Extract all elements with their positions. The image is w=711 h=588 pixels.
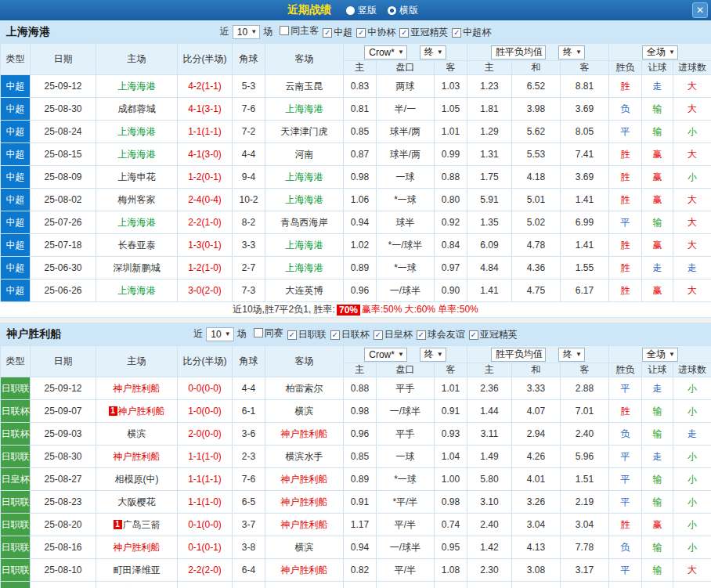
- filter-label: 亚冠精英: [480, 328, 518, 341]
- euro-home-odds-cell: 1.81: [467, 98, 512, 121]
- filter-checkbox[interactable]: 同主客: [280, 24, 319, 38]
- score-cell: 1-1(1-1): [178, 468, 233, 491]
- corner-cell: 2-3: [233, 446, 265, 468]
- close-button[interactable]: ✕: [692, 2, 708, 18]
- win-rate-badge: 70%: [337, 305, 360, 316]
- filter-checkbox-group: 同赛✓日职联✓日联杯✓日皇杯✓球会友谊✓亚冠精英: [250, 326, 518, 342]
- corner-cell: 6-4: [233, 559, 265, 582]
- euro-draw-odds-cell: 4.01: [512, 468, 561, 491]
- match-row: 中超25-07-26上海海港2-2(1-0)8-2青岛西海岸0.94球半0.92…: [1, 211, 711, 234]
- home-team-cell: 成都蓉城: [96, 98, 178, 121]
- filter-checkbox[interactable]: ✓中超: [323, 26, 352, 39]
- asia-home-odds-cell: 1.06: [344, 189, 377, 211]
- scope-select[interactable]: 全场▼: [642, 45, 678, 60]
- home-team-cell: 町田泽维亚: [96, 559, 178, 582]
- team-link: 上海海港: [118, 217, 156, 228]
- summary-stats: 赢率:50% 大:60% 单率:50%: [362, 303, 478, 316]
- date-cell: 25-08-02: [31, 189, 96, 211]
- league-cell: 日职联: [1, 491, 31, 514]
- filter-checkbox[interactable]: 同赛: [254, 326, 283, 340]
- euro-away-odds-cell: 3.69: [561, 166, 609, 189]
- home-team-cell: 相模原(中): [96, 468, 178, 491]
- date-cell: 25-09-12: [31, 377, 96, 400]
- league-cell: 中超: [1, 98, 31, 121]
- score-cell: 1-0(0-0): [178, 400, 233, 423]
- match-count-select[interactable]: 10 ▼: [233, 25, 260, 39]
- asia-odds-time-select[interactable]: 终▼: [420, 348, 446, 362]
- corner-cell: 6-5: [233, 491, 265, 514]
- score-cell: 1-1(1-1): [178, 121, 233, 143]
- col-goals: 进球数: [673, 61, 711, 75]
- asia-home-odds-cell: 0.82: [344, 559, 377, 582]
- match-row: 日职联25-08-201广岛三箭0-1(0-0)3-7神户胜利船1.17平/半0…: [1, 514, 711, 536]
- match-count-select[interactable]: 10 ▼: [206, 327, 233, 341]
- filter-checkbox[interactable]: ✓日联杯: [330, 328, 370, 341]
- match-row: 日职联25-08-23大阪樱花1-1(1-0)6-5神户胜利船0.91*平/半0…: [1, 491, 711, 514]
- col-euro-away: 客: [561, 363, 609, 377]
- col-type: 类型: [1, 44, 31, 75]
- filter-label: 中超杯: [463, 26, 491, 39]
- asia-handicap-cell: *一球: [377, 189, 435, 211]
- filter-checkbox[interactable]: ✓日皇杯: [374, 328, 413, 341]
- euro-home-odds-cell: 1.75: [467, 166, 512, 189]
- euro-away-odds-cell: 2.40: [561, 423, 609, 446]
- score-cell: 1-1(1-0): [178, 491, 233, 514]
- filter-checkbox[interactable]: ✓球会友谊: [417, 328, 465, 341]
- score-cell: 3-0(2-0): [178, 280, 233, 302]
- corner-cell: 9-4: [233, 166, 265, 189]
- asia-away-odds-cell: 0.84: [435, 234, 467, 257]
- date-cell: 25-06-26: [31, 280, 96, 302]
- euro-home-odds-cell: 5.91: [467, 189, 512, 211]
- red-card-badge: 1: [109, 406, 117, 416]
- goals-result-cell: 大: [673, 143, 711, 166]
- result-cell: 胜: [609, 582, 642, 588]
- filter-checkbox[interactable]: ✓日职联: [287, 328, 327, 341]
- home-team-cell: 神户胜利船: [96, 536, 178, 559]
- euro-away-odds-cell: 1.55: [561, 257, 609, 280]
- league-cell: 中超: [1, 280, 31, 302]
- goals-result-cell: 大: [673, 559, 711, 582]
- view-option-vertical[interactable]: 竖版: [346, 4, 377, 17]
- away-team-cell: 横滨: [265, 536, 344, 559]
- filter-checkbox[interactable]: ✓中超杯: [452, 26, 491, 39]
- filter-checkbox[interactable]: ✓中协杯: [356, 26, 395, 39]
- asia-home-odds-cell: 1.17: [344, 514, 377, 536]
- team-link: 横滨: [128, 428, 146, 439]
- filter-checkbox[interactable]: ✓亚冠精英: [469, 328, 518, 341]
- team-link: 神户胜利船: [281, 474, 328, 485]
- europe-odds-time-select[interactable]: 终▼: [558, 348, 585, 362]
- europe-odds-time-select[interactable]: 终▼: [558, 45, 585, 60]
- goals-result-cell: 小: [673, 400, 711, 423]
- asia-away-odds-cell: 0.99: [435, 143, 467, 166]
- away-team-cell: 大连英博: [265, 280, 344, 302]
- asia-away-odds-cell: 0.91: [435, 400, 467, 423]
- view-option-horizontal[interactable]: 横版: [388, 4, 418, 17]
- league-cell: 中超: [1, 234, 31, 257]
- euro-home-odds-cell: 1.42: [467, 536, 512, 559]
- match-row: 日联杯25-09-071神户胜利船1-0(0-0)6-1横滨0.98一/球半0.…: [1, 400, 711, 423]
- euro-away-odds-cell: 1.51: [561, 468, 609, 491]
- scope-select[interactable]: 全场▼: [642, 348, 678, 362]
- europe-average-select[interactable]: 胜平负均值: [491, 45, 546, 60]
- handicap-result-cell: 输: [642, 491, 673, 514]
- goals-result-cell: 走: [673, 257, 711, 280]
- euro-away-odds-cell: 5.96: [561, 446, 609, 468]
- checkbox-checked-icon: ✓: [469, 330, 478, 340]
- match-row: 日职联25-08-10町田泽维亚2-2(2-0)6-4神户胜利船0.82平/半1…: [1, 559, 711, 582]
- league-cell: 日皇杯: [1, 582, 31, 588]
- goals-result-cell: 小: [673, 536, 711, 559]
- home-team-cell: 梅州客家: [96, 189, 178, 211]
- corner-cell: 7-6: [233, 98, 265, 121]
- odds-company-select[interactable]: Crow*▼: [364, 348, 407, 362]
- europe-average-select[interactable]: 胜平负均值: [491, 348, 546, 362]
- asia-handicap-cell: 一/球半: [377, 582, 435, 588]
- odds-company-select[interactable]: Crow*▼: [364, 45, 407, 60]
- goals-result-cell: 大: [673, 234, 711, 257]
- team-name: 上海海港: [6, 25, 50, 39]
- score-cell: 1-3(0-1): [178, 234, 233, 257]
- team-link: 天津津门虎: [281, 126, 328, 137]
- team-link: 横滨: [295, 542, 314, 553]
- filter-checkbox[interactable]: ✓亚冠精英: [399, 26, 448, 39]
- filter-label: 亚冠精英: [410, 26, 448, 39]
- asia-odds-time-select[interactable]: 终▼: [420, 45, 446, 60]
